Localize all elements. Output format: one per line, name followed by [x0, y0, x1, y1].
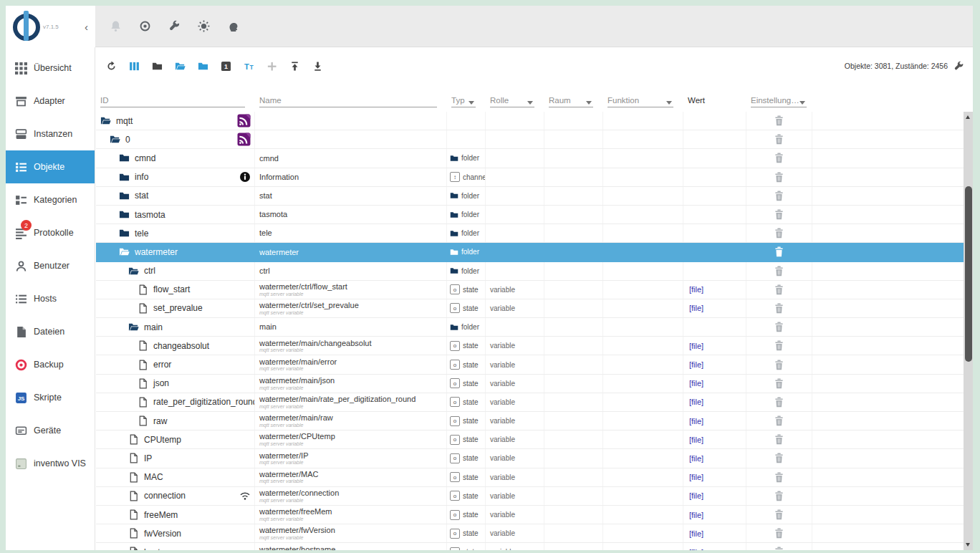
settings-wrench-icon[interactable]	[168, 20, 181, 32]
table-row[interactable]: changeabsolutwatermeter/main/changeabsol…	[96, 337, 964, 355]
delete-trash-icon[interactable]	[774, 191, 784, 201]
table-row[interactable]: set_prevaluewatermeter/ctrl/set_prevalue…	[96, 299, 964, 318]
value-file-link[interactable]: [file]	[683, 398, 703, 406]
column-header-raum[interactable]: Raum	[544, 85, 603, 112]
value-file-link[interactable]: [file]	[683, 304, 703, 312]
table-row[interactable]: MACwatermeter/MACmqtt server variableost…	[96, 468, 964, 487]
delete-trash-icon[interactable]	[774, 472, 784, 483]
table-row[interactable]: teletelefolder	[96, 224, 964, 243]
table-row[interactable]: tasmotatasmotafolder	[96, 206, 964, 224]
table-row[interactable]: connectionwatermeter/connectionmqtt serv…	[96, 487, 964, 506]
value-file-link[interactable]: [file]	[683, 511, 703, 519]
sidebar-item-inventwo-vis[interactable]: inventwo VIS	[6, 447, 95, 480]
column-header-rolle[interactable]: Rolle	[486, 85, 544, 112]
visibility-eye-icon[interactable]	[139, 20, 151, 32]
delete-trash-icon[interactable]	[774, 397, 784, 408]
expert-mode-head-icon[interactable]	[227, 20, 239, 32]
value-file-link[interactable]: [file]	[683, 491, 703, 500]
expand-level-1-icon[interactable]: 1	[221, 61, 231, 72]
table-row[interactable]: mainmainfolder	[96, 318, 964, 337]
delete-trash-icon[interactable]	[774, 153, 784, 163]
sidebar-item-objekte[interactable]: Objekte	[6, 150, 95, 183]
delete-trash-icon[interactable]	[774, 134, 784, 145]
scrollbar-thumb[interactable]	[965, 186, 972, 362]
delete-trash-icon[interactable]	[774, 172, 784, 183]
column-header-id[interactable]: ID	[96, 85, 255, 112]
theme-brightness-icon[interactable]	[198, 20, 210, 32]
delete-trash-icon[interactable]	[774, 453, 784, 463]
delete-trash-icon[interactable]	[774, 284, 784, 295]
sidebar-item-instanzen[interactable]: Instanzen	[6, 117, 95, 150]
table-row[interactable]: statstatfolder	[96, 187, 964, 206]
table-row[interactable]: flow_startwatermeter/ctrl/flow_startmqtt…	[96, 281, 964, 299]
column-header-typ[interactable]: Typ	[447, 85, 486, 112]
delete-trash-icon[interactable]	[774, 228, 784, 239]
sidebar-item-skripte[interactable]: JSSkripte	[6, 381, 95, 414]
delete-trash-icon[interactable]	[774, 360, 784, 370]
filter-dropdown-arrow-icon[interactable]	[586, 101, 592, 105]
column-header-wert[interactable]: Wert	[683, 85, 746, 112]
table-row[interactable]: CPUtempwatermeter/CPUtempmqtt server var…	[96, 431, 964, 449]
table-row[interactable]: cmndcmndfolder	[96, 149, 964, 168]
collapse-all-folder-icon[interactable]	[152, 61, 163, 72]
folder-depth-icon[interactable]	[198, 61, 208, 72]
column-settings-wrench-icon[interactable]	[953, 61, 964, 72]
delete-trash-icon[interactable]	[774, 509, 784, 520]
table-row[interactable]: infoInformation↕channel	[96, 168, 964, 187]
delete-trash-icon[interactable]	[774, 115, 784, 126]
table-row[interactable]: rate_per_digitization_roundwatermeter/ma…	[96, 393, 964, 412]
sidebar-item-kategorien[interactable]: Kategorien	[6, 183, 95, 216]
sidebar-item-backup[interactable]: Backup	[6, 348, 95, 381]
sidebar-item--bersicht[interactable]: Übersicht	[6, 52, 95, 85]
notifications-bell-icon[interactable]	[110, 20, 122, 32]
add-object-icon[interactable]	[266, 61, 277, 72]
delete-trash-icon[interactable]	[774, 266, 784, 276]
table-row[interactable]: ctrlctrlfolder	[96, 262, 964, 281]
download-icon[interactable]	[312, 61, 323, 72]
delete-trash-icon[interactable]	[774, 547, 784, 550]
delete-trash-icon[interactable]	[774, 340, 784, 351]
sidebar-item-benutzer[interactable]: Benutzer	[6, 249, 95, 282]
value-file-link[interactable]: [file]	[683, 529, 703, 538]
sidebar-item-hosts[interactable]: Hosts	[6, 282, 95, 315]
filter-dropdown-arrow-icon[interactable]	[666, 101, 672, 105]
table-row[interactable]: fwVersionwatermeter/fwVersionmqtt server…	[96, 524, 964, 543]
sidebar-item-protokolle[interactable]: 2Protokolle	[6, 216, 95, 249]
table-row[interactable]: jsonwatermeter/main/jsonmqtt server vari…	[96, 375, 964, 393]
filter-dropdown-arrow-icon[interactable]	[527, 101, 533, 105]
sidebar-item-adapter[interactable]: Adapter	[6, 85, 95, 117]
value-file-link[interactable]: [file]	[683, 360, 703, 369]
value-file-link[interactable]: [file]	[683, 473, 703, 481]
delete-trash-icon[interactable]	[774, 528, 784, 539]
refresh-icon[interactable]	[106, 61, 117, 72]
filter-dropdown-arrow-icon[interactable]	[469, 101, 474, 105]
value-file-link[interactable]: [file]	[683, 285, 703, 294]
table-row[interactable]: 0	[96, 130, 964, 149]
text-format-icon[interactable]: TT	[244, 61, 254, 72]
delete-trash-icon[interactable]	[774, 378, 784, 389]
value-file-link[interactable]: [file]	[683, 342, 703, 350]
table-row[interactable]: mqtt	[96, 112, 964, 130]
delete-trash-icon[interactable]	[774, 246, 784, 257]
sidebar-collapse-chevron-icon[interactable]: ‹	[85, 21, 88, 32]
delete-trash-icon[interactable]	[774, 434, 784, 445]
delete-trash-icon[interactable]	[774, 209, 784, 220]
table-row[interactable]: watermeterwatermeterfolder	[96, 243, 964, 261]
delete-trash-icon[interactable]	[774, 303, 784, 314]
filter-dropdown-arrow-icon[interactable]	[799, 101, 805, 105]
delete-trash-icon[interactable]	[774, 322, 784, 332]
table-row[interactable]: IPwatermeter/IPmqtt server variableostat…	[96, 449, 964, 468]
column-header-name[interactable]: Name	[255, 85, 447, 112]
table-row[interactable]: hostnamewatermeter/hostnamemqtt server v…	[96, 543, 964, 550]
value-file-link[interactable]: [file]	[683, 379, 703, 388]
column-header-einstellung-[interactable]: Einstellung…	[746, 85, 817, 112]
scrollbar-down-arrow-icon[interactable]	[966, 543, 970, 547]
vertical-scrollbar[interactable]	[964, 112, 973, 550]
sidebar-item-ger-te[interactable]: Geräte	[6, 414, 95, 447]
table-row[interactable]: freeMemwatermeter/freeMemmqtt server var…	[96, 506, 964, 524]
sidebar-item-dateien[interactable]: Dateien	[6, 315, 95, 348]
delete-trash-icon[interactable]	[774, 491, 784, 501]
upload-icon[interactable]	[289, 61, 300, 72]
table-row[interactable]: errorwatermeter/main/errormqtt server va…	[96, 355, 964, 374]
expand-all-folder-icon[interactable]	[175, 61, 186, 72]
